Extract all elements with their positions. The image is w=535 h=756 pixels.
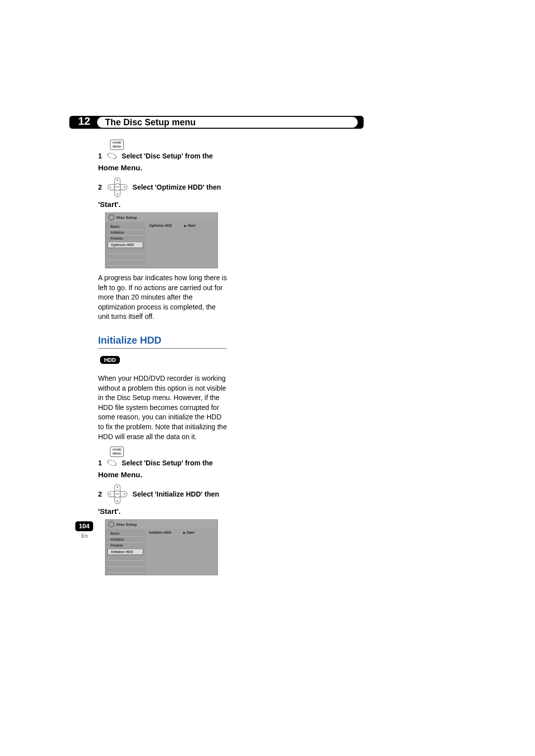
enter-label: ENTER xyxy=(114,186,120,188)
select-icon xyxy=(107,151,117,162)
enter-label: ENTER xyxy=(114,494,120,496)
step-number: 2 xyxy=(98,490,102,498)
home-menu-line2: MENU xyxy=(112,452,121,455)
svg-marker-14 xyxy=(109,493,111,495)
step-line: 2 ENTER Select 'Initialize HDD' then xyxy=(98,484,227,506)
ui-pane: Initialize HDD Start xyxy=(145,529,217,575)
ui-sidebar-item: Initialize xyxy=(107,537,143,543)
svg-marker-7 xyxy=(124,186,126,188)
ui-header-title: Disc Setup xyxy=(116,522,137,527)
ui-sidebar-item: Basic xyxy=(107,531,143,537)
ui-pane: Optimize HDD Start xyxy=(145,222,217,268)
language-code: En xyxy=(81,533,88,539)
ui-pane-label: Optimize HDD xyxy=(149,224,172,227)
home-menu-line1: HOME xyxy=(112,141,121,144)
home-menu-icon: HOME MENU xyxy=(110,140,124,150)
disc-icon xyxy=(108,521,114,527)
ui-sidebar-item-empty xyxy=(107,567,143,573)
step-number: 1 xyxy=(98,152,102,160)
chapter-title-wrap: The Disc Setup menu xyxy=(97,117,358,128)
ui-sidebar: Basic Initialize Finalize Optimize HDD xyxy=(106,222,145,268)
ui-header: Disc Setup xyxy=(106,520,217,529)
ui-sidebar-item-empty xyxy=(107,254,143,260)
ui-sidebar-item-empty xyxy=(107,561,143,567)
disc-setup-screenshot-initialize: Disc Setup Basic Initialize Finalize Ini… xyxy=(105,519,218,575)
svg-point-0 xyxy=(107,152,117,159)
svg-marker-6 xyxy=(109,186,111,188)
dpad-icon: ENTER xyxy=(107,177,128,199)
ui-sidebar-item-empty xyxy=(107,248,143,254)
ui-pane-start: Start xyxy=(183,531,195,534)
step-number: 2 xyxy=(98,183,102,191)
step-continuation: Home Menu. xyxy=(98,470,227,479)
step-text: Select 'Disc Setup' from the xyxy=(122,152,213,160)
chapter-number: 12 xyxy=(74,115,94,128)
chapter-title: The Disc Setup menu xyxy=(97,117,358,128)
svg-marker-12 xyxy=(116,486,118,488)
ui-sidebar-item: Initialize xyxy=(107,230,143,236)
step-text: Select 'Initialize HDD' then xyxy=(133,490,219,498)
disc-setup-screenshot-optimize: Disc Setup Basic Initialize Finalize Opt… xyxy=(105,212,218,268)
step-continuation: 'Start'. xyxy=(98,507,227,515)
ui-sidebar-item: Finalize xyxy=(107,236,143,242)
ui-pane-label: Initialize HDD xyxy=(149,531,171,534)
ui-sidebar-item-selected: Optimize HDD xyxy=(107,242,143,248)
ui-header-title: Disc Setup xyxy=(116,215,137,220)
page-number-badge: 104 xyxy=(75,521,93,531)
step-block: HOME MENU 1 Select 'Disc Setup' from the… xyxy=(98,140,227,172)
svg-marker-15 xyxy=(124,493,126,495)
disc-icon xyxy=(108,214,114,220)
section-rule xyxy=(98,348,227,349)
dpad-icon: ENTER xyxy=(107,484,128,506)
ui-pane-start: Start xyxy=(184,224,196,227)
svg-marker-4 xyxy=(116,179,118,181)
ui-header: Disc Setup xyxy=(106,213,217,222)
step-line: 2 ENTER Select 'Optimize HDD' then xyxy=(98,177,227,199)
ui-body: Basic Initialize Finalize Initialize HDD… xyxy=(106,529,217,575)
step-line: 1 Select 'Disc Setup' from the xyxy=(98,458,227,469)
ui-sidebar-item-selected: Initialize HDD xyxy=(107,549,143,555)
body-paragraph: A progress bar indicates how long there … xyxy=(98,273,227,322)
step-block: 2 ENTER Select 'Initialize HDD' then 'St… xyxy=(98,484,227,515)
svg-marker-13 xyxy=(116,501,118,503)
step-continuation: 'Start'. xyxy=(98,200,227,208)
ui-sidebar-item: Finalize xyxy=(107,543,143,549)
hdd-badge: HDD xyxy=(100,356,120,364)
home-menu-line2: MENU xyxy=(112,145,121,148)
home-menu-icon: HOME MENU xyxy=(110,447,124,457)
home-menu-line1: HOME xyxy=(112,448,121,451)
section-heading: Initialize HDD xyxy=(98,335,227,346)
step-block: 2 ENTER Select 'Optimize HDD' then 'Star… xyxy=(98,177,227,208)
body-paragraph: When your HDD/DVD recorder is working wi… xyxy=(98,374,227,442)
step-number: 1 xyxy=(98,459,102,467)
svg-marker-5 xyxy=(116,194,118,196)
ui-sidebar: Basic Initialize Finalize Initialize HDD xyxy=(106,529,145,575)
select-icon xyxy=(107,458,117,469)
ui-sidebar-item-empty xyxy=(107,555,143,561)
step-line: 1 Select 'Disc Setup' from the xyxy=(98,151,227,162)
ui-sidebar-item-empty xyxy=(107,260,143,266)
ui-sidebar-item: Basic xyxy=(107,224,143,230)
step-block: HOME MENU 1 Select 'Disc Setup' from the… xyxy=(98,447,227,479)
ui-body: Basic Initialize Finalize Optimize HDD O… xyxy=(106,222,217,268)
step-continuation: Home Menu. xyxy=(98,163,227,172)
step-text: Select 'Disc Setup' from the xyxy=(122,459,213,467)
svg-point-8 xyxy=(107,459,117,466)
step-text: Select 'Optimize HDD' then xyxy=(133,183,221,191)
